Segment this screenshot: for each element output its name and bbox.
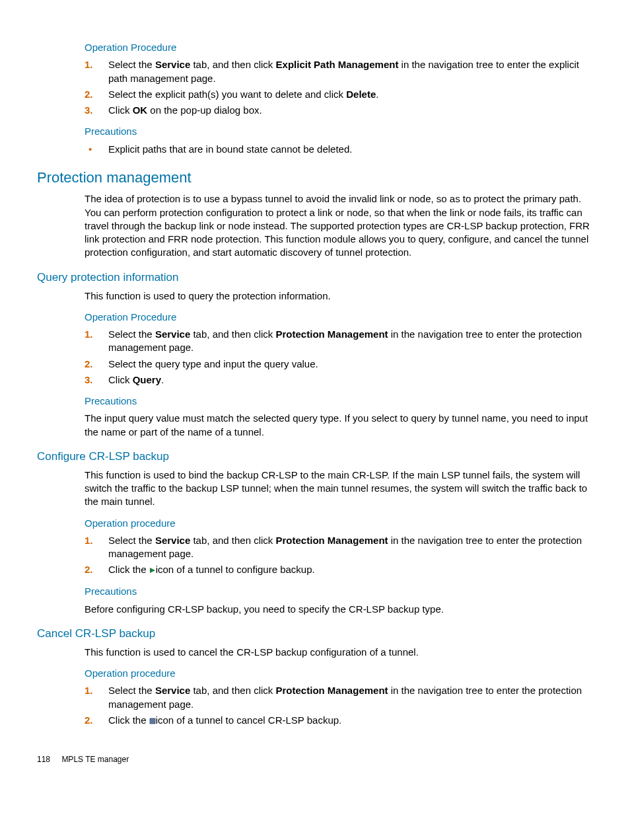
operation-procedure-heading: Operation Procedure [85,41,593,54]
bold-text: Protection Management [276,328,388,340]
step-2: 2. Select the query type and input the q… [85,358,593,371]
bold-text: Query [133,374,161,385]
cancel-crlsp-heading: Cancel CR-LSP backup [37,627,593,642]
operation-steps-list: 1. Select the Service tab, and then clic… [85,58,593,117]
bold-text: Service [155,328,190,340]
step-2: 2. Click the icon of a tunnel to cancel … [85,714,593,728]
bold-text: OK [133,104,148,116]
step-2: 2. Select the explicit path(s) you want … [85,88,593,101]
step-text: Select the query type and input the quer… [108,358,318,369]
protection-intro: The idea of protection is to use a bypas… [85,192,593,259]
step-text: Select the [108,59,155,70]
bold-text: Service [155,535,190,546]
step-3: 3. Click Query. [85,373,593,387]
step-text: icon of a tunnel to cancel CR-LSP backup… [156,714,342,726]
stop-square-icon [149,714,156,728]
operation-steps-list: 1. Select the Service tab, and then clic… [85,534,593,578]
operation-procedure-heading: Operation procedure [85,517,593,530]
cancel-intro: This function is used to cancel the CR-L… [85,646,593,659]
precautions-heading: Precautions [85,125,593,138]
configure-intro: This function is used to bind the backup… [85,469,593,509]
step-text: . [161,374,164,385]
configure-crlsp-heading: Configure CR-LSP backup [37,449,593,465]
svg-rect-1 [150,718,155,724]
step-1: 1. Select the Service tab, and then clic… [85,328,593,355]
precaution-item: Explicit paths that are in bound state c… [85,143,593,156]
query-intro: This function is used to query the prote… [85,289,593,303]
step-3: 3. Click OK on the pop-up dialog box. [85,104,593,117]
step-1: 1. Select the Service tab, and then clic… [85,58,593,85]
page-number: 118 [37,754,50,765]
operation-procedure-heading: Operation procedure [85,667,593,680]
svg-marker-0 [150,568,155,573]
precautions-list: Explicit paths that are in bound state c… [85,143,593,156]
bold-text: Service [155,59,190,70]
step-2: 2. Click the icon of a tunnel to configu… [85,563,593,577]
bold-text: Protection Management [276,685,388,696]
step-text: icon of a tunnel to configure backup. [156,564,315,575]
bold-text: Explicit Path Management [276,59,399,70]
play-triangle-icon [149,564,156,577]
bold-text: Protection Management [276,535,388,546]
query-protection-heading: Query protection information [37,270,593,286]
step-text: tab, and then click [190,685,275,696]
step-text: tab, and then click [190,328,275,340]
page-footer: 118 MPLS TE manager [37,754,593,765]
step-text: tab, and then click [190,535,275,546]
step-text: Click the [108,714,149,726]
precautions-heading: Precautions [85,585,593,598]
step-text: Select the [108,328,155,340]
step-1: 1. Select the Service tab, and then clic… [85,684,593,711]
step-1: 1. Select the Service tab, and then clic… [85,534,593,561]
step-text: Select the [108,535,155,546]
step-text: tab, and then click [190,59,275,70]
precaution-text: The input query value must match the sel… [85,412,593,439]
operation-procedure-heading: Operation Procedure [85,311,593,324]
step-text: on the pop-up dialog box. [147,104,262,116]
step-text: Select the [108,685,155,696]
step-text: Select the explicit path(s) you want to … [108,89,346,100]
step-text: . [376,89,378,100]
precaution-text: Before configuring CR-LSP backup, you ne… [85,603,593,616]
operation-steps-list: 1. Select the Service tab, and then clic… [85,328,593,387]
step-text: Click the [108,564,149,575]
operation-steps-list: 1. Select the Service tab, and then clic… [85,684,593,728]
bold-text: Service [155,685,190,696]
step-text: Click [108,374,133,385]
protection-management-heading: Protection management [37,168,593,188]
footer-title: MPLS TE manager [61,755,129,764]
step-text: Click [108,104,133,116]
bold-text: Delete [346,89,376,100]
precautions-heading: Precautions [85,395,593,408]
